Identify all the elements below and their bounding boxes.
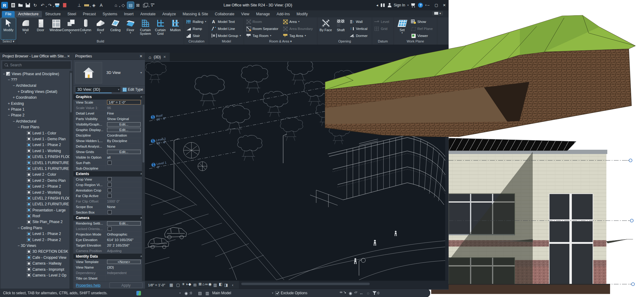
project-browser-close-icon[interactable]: ✕ [66, 54, 71, 58]
ribbon-button[interactable]: By Face [318, 18, 333, 39]
tree-item[interactable]: + Existing [1, 101, 72, 106]
tree-item[interactable]: + Drafting Views (Detail) [1, 89, 72, 94]
tree-item[interactable]: Level 2 - Color [1, 172, 72, 178]
ribbon-button[interactable]: Door [33, 18, 48, 39]
tree-item[interactable]: Level 1 - Phase 2 [1, 142, 72, 148]
undo-icon[interactable]: ↶ ▾ [39, 2, 46, 9]
tree-item[interactable]: − 3D Views [1, 243, 72, 248]
section-icon[interactable]: ▤ [127, 2, 134, 9]
property-row[interactable]: Visible In Option all all all [73, 155, 145, 160]
tree-expander[interactable]: − [17, 226, 21, 230]
tree-item[interactable]: LEVEL 2 FURNITURE [1, 201, 72, 207]
tree-item[interactable]: − Architectural [1, 118, 72, 124]
property-row[interactable]: Scale Value 1: 96 96 96 [73, 105, 145, 111]
tab-systems[interactable]: Systems [99, 11, 120, 17]
tree-expander[interactable]: − [7, 78, 11, 82]
viewport-vertical-scrollbar[interactable] [445, 62, 449, 280]
ribbon-button[interactable]: Modify [1, 18, 16, 39]
properties-help-link[interactable]: Properties help [76, 283, 101, 288]
view-scale-button[interactable]: 1/8" = 1'-0" [148, 283, 165, 287]
ribbon-button[interactable]: Mullion [168, 18, 183, 39]
tree-item[interactable]: LEVEL 1 FURNITURE [1, 166, 72, 171]
property-checkbox[interactable] [106, 177, 142, 181]
viewport-horizontal-scrollbar[interactable] [239, 281, 449, 289]
ribbon-panel-label[interactable]: Datum [372, 39, 394, 45]
tree-item[interactable]: Cafe - Cropped View [1, 255, 72, 260]
tab-annotate[interactable]: Annotate [137, 11, 159, 17]
tree-item[interactable]: 3D RECPTION DESK [1, 249, 72, 255]
tree-expander[interactable]: − [2, 72, 6, 76]
tab-analyze[interactable]: Analyze [159, 11, 179, 17]
property-row[interactable]: View Template <None> <None> <None> [73, 259, 145, 265]
properties-scrollbar[interactable] [142, 95, 145, 281]
property-row[interactable]: View Name {3D} {3D} {3D} [73, 265, 145, 270]
exclude-options-checkbox[interactable] [275, 291, 279, 295]
select-pinned-icon[interactable]: ◉ [347, 290, 353, 296]
tab-manage[interactable]: Manage [253, 11, 273, 17]
property-row[interactable]: Graphic Display... Edit... Edit... Edit.… [73, 127, 145, 133]
sign-in-dropdown-icon[interactable]: ▾ [407, 4, 409, 7]
collapse-search-icon[interactable]: ◂ [376, 3, 378, 7]
rendering-dialog-icon[interactable]: ◆ [188, 282, 191, 288]
ribbon-button[interactable]: Window [48, 18, 63, 39]
ribbon-button[interactable]: Curtain Grid [153, 18, 168, 39]
property-row[interactable]: Sub-Discipline [73, 166, 145, 171]
properties-close-icon[interactable]: ✕ [139, 54, 143, 58]
search-input[interactable] [10, 63, 68, 67]
ribbon-button[interactable]: Component ▾ [63, 18, 78, 39]
tree-item[interactable]: LEVEL 2 FINISH FLOO [1, 195, 72, 201]
ribbon-button[interactable]: Model Text [210, 18, 243, 25]
tree-expander[interactable]: − [12, 119, 16, 123]
property-row[interactable]: Identity Data [73, 254, 145, 259]
property-row[interactable]: Graphics [73, 94, 145, 100]
type-selector[interactable]: 3D View: {3D} [75, 86, 121, 93]
help-icon[interactable]: ? [418, 3, 423, 8]
property-row[interactable]: Show Hidden L... By Discipline By Discip… [73, 138, 145, 144]
property-edit-button[interactable]: Edit... [107, 221, 141, 226]
ribbon-panel-label[interactable]: Opening [317, 39, 372, 45]
ribbon-panel-label[interactable]: Select ▾ [0, 39, 17, 45]
reveal-hidden-icon[interactable]: ◉ [208, 282, 211, 288]
property-row[interactable]: Far Clip Offset 1000' 0" 1000' 0" 1000' … [73, 199, 145, 204]
measure-icon[interactable]: ▾ [83, 2, 90, 9]
tree-item[interactable]: Camera - Imprompt [1, 266, 72, 272]
property-row[interactable]: Extents [73, 171, 145, 177]
visual-style-icon[interactable]: ▢ [175, 282, 181, 288]
ribbon-button[interactable]: Railing ▾ [185, 18, 208, 25]
property-row[interactable]: Projection Mode Orthographic Orthographi… [73, 232, 145, 237]
tree-item[interactable]: Site Plan_Phase 2 [1, 219, 72, 225]
property-row[interactable]: Crop View [73, 177, 145, 182]
view-tab-3d[interactable]: ⌂ {3D} ✕ [145, 53, 170, 61]
ribbon-button[interactable]: Stair [185, 32, 208, 39]
property-row[interactable]: Title on Sheet [73, 276, 145, 281]
property-input[interactable]: 1/8" = 1'-0" [107, 100, 141, 105]
crop-view-icon[interactable]: ⊞ [192, 282, 198, 288]
ribbon-button[interactable]: Tag Area ▾ [282, 32, 316, 39]
property-row[interactable]: Default Analysi... None None None [73, 144, 145, 149]
ribbon-button[interactable]: Area ▾ [282, 18, 316, 25]
ribbon-panel-label[interactable]: Work Plane [394, 39, 437, 45]
workset-status-icon[interactable]: ▥ [204, 290, 210, 296]
tree-expander[interactable]: + [17, 90, 21, 94]
project-browser-scrollbar[interactable] [69, 71, 72, 289]
ribbon-button[interactable]: Tag Room ▾ [245, 32, 282, 39]
close-inactive-views-icon[interactable]: ⊠ [135, 2, 141, 9]
tree-item[interactable]: − ??? [1, 77, 72, 82]
property-checkbox[interactable] [106, 161, 142, 165]
select-underlay-icon[interactable]: ↘ [343, 290, 346, 296]
detail-level-icon[interactable]: ▦ [168, 282, 174, 288]
ribbon-options-button[interactable]: ▾ [432, 11, 443, 16]
view-tab-close-icon[interactable]: ✕ [163, 55, 166, 59]
property-row[interactable]: Visibility/Graph... Edit... Edit... Edit… [73, 122, 145, 127]
property-edit-button[interactable]: Edit... [107, 150, 141, 154]
ribbon-button[interactable]: Show [410, 18, 436, 25]
tab-massing-site[interactable]: Massing & Site [179, 11, 211, 17]
tab-architecture[interactable]: Architecture [15, 11, 42, 17]
collapse-icon[interactable]: ‹ [230, 282, 236, 288]
shadows-icon[interactable]: ◑ [186, 282, 188, 288]
ribbon-button[interactable]: Model Line [210, 25, 243, 32]
property-row[interactable]: Camera Position Adjusting Adjusting Adju… [73, 248, 145, 254]
tree-item[interactable]: Roof [1, 213, 72, 219]
reset-icon[interactable]: ◌ [365, 290, 371, 296]
switch-windows-icon[interactable]: ▾ [142, 2, 149, 9]
